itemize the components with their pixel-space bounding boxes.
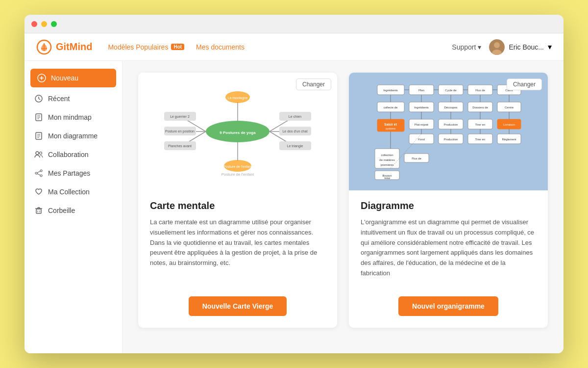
svg-text:Production: Production bbox=[444, 138, 458, 141]
svg-text:Production: Production bbox=[444, 123, 458, 126]
nav-mes-docs-label: Mes documents bbox=[196, 43, 245, 51]
sidebar-item-partages[interactable]: Mes Partages bbox=[24, 164, 122, 183]
logo[interactable]: GitMind bbox=[36, 39, 92, 55]
svg-line-24 bbox=[37, 174, 40, 175]
svg-line-9 bbox=[39, 99, 40, 100]
svg-text:9 Postures de yoga: 9 Postures de yoga bbox=[220, 131, 256, 135]
heart-icon bbox=[34, 187, 43, 196]
svg-text:Flux de: Flux de bbox=[412, 157, 421, 160]
card-diagram-body: Diagramme L'organigramme est un diagramm… bbox=[349, 190, 548, 289]
card-diagram-desc: L'organigramme est un diagramme qui perm… bbox=[361, 217, 536, 279]
new-organigramme-button[interactable]: Nouvel organigramme bbox=[398, 296, 498, 316]
svg-point-20 bbox=[40, 170, 42, 172]
hot-badge: Hot bbox=[171, 44, 184, 50]
card-mind-footer: Nouvelle Carte Vierge bbox=[138, 289, 337, 328]
support-chevron-icon: ▾ bbox=[478, 43, 481, 51]
maximize-dot[interactable] bbox=[51, 21, 57, 27]
svg-text:Plan: Plan bbox=[418, 89, 424, 92]
nav-links: Modèles Populaires Hot Mes documents bbox=[108, 43, 436, 51]
svg-rect-25 bbox=[36, 209, 41, 213]
share-icon bbox=[34, 169, 43, 178]
sidebar-item-collaboration[interactable]: Collaboration bbox=[24, 145, 122, 164]
sidebar-collection-label: Ma Collection bbox=[48, 188, 90, 196]
file-mindmap-icon bbox=[34, 113, 43, 122]
svg-point-21 bbox=[35, 172, 37, 174]
svg-text:Posture de l'enfant: Posture de l'enfant bbox=[221, 172, 254, 177]
svg-text:Fond: Fond bbox=[418, 138, 425, 141]
card-mind-desc: La carte mentale est un diagramme utilis… bbox=[150, 217, 325, 279]
sidebar-item-diagramme[interactable]: Mon diagramme bbox=[24, 127, 122, 145]
file-diagramme-icon bbox=[34, 131, 43, 140]
svg-text:Le dos d'un chat: Le dos d'un chat bbox=[282, 130, 307, 133]
card-mind-body: Carte mentale La carte mentale est un di… bbox=[138, 190, 337, 289]
user-name: Eric Bouc... bbox=[509, 43, 544, 51]
svg-text:Plat-mijoté: Plat-mijoté bbox=[415, 123, 429, 126]
changer-diagram-button[interactable]: Changer bbox=[507, 79, 542, 90]
content-area: Changer 9 Postures de yoga bbox=[122, 61, 564, 353]
support-label: Support bbox=[452, 43, 476, 51]
nav-modeles[interactable]: Modèles Populaires Hot bbox=[108, 43, 184, 51]
svg-text:Trier en: Trier en bbox=[475, 138, 485, 141]
mindmap-svg: 9 Postures de yoga bbox=[162, 75, 314, 188]
svg-text:Ingrédients: Ingrédients bbox=[383, 89, 398, 92]
svg-text:Dossiers de: Dossiers de bbox=[472, 106, 488, 109]
sidebar-item-mindmap[interactable]: Mon mindmap bbox=[24, 108, 122, 127]
titlebar bbox=[24, 15, 564, 33]
new-carte-button[interactable]: Nouvelle Carte Vierge bbox=[189, 296, 287, 316]
card-mind-title: Carte mentale bbox=[150, 200, 325, 211]
sidebar-collaboration-label: Collaboration bbox=[48, 151, 89, 158]
sidebar-recent-label: Récent bbox=[48, 95, 70, 103]
minimize-dot[interactable] bbox=[41, 21, 47, 27]
svg-text:Initial: Initial bbox=[384, 177, 390, 180]
sidebar-nouveau-label: Nouveau bbox=[51, 74, 78, 82]
sidebar-partages-label: Mes Partages bbox=[48, 169, 90, 177]
svg-text:Découpes: Découpes bbox=[444, 106, 457, 109]
svg-text:Tirer en: Tirer en bbox=[475, 123, 485, 126]
svg-text:collection: collection bbox=[381, 154, 393, 157]
svg-text:système: système bbox=[386, 127, 395, 130]
svg-text:de matières: de matières bbox=[379, 158, 394, 161]
card-diagram-image: Changer Ingrédients Plan Cycle de bbox=[349, 73, 548, 190]
user-info[interactable]: Eric Bouc... ▾ bbox=[489, 39, 552, 55]
flowchart-svg: Ingrédients Plan Cycle de Flux de Client bbox=[372, 75, 524, 188]
svg-text:Le chien: Le chien bbox=[289, 115, 302, 118]
svg-text:Le guerrier 2: Le guerrier 2 bbox=[170, 115, 190, 119]
sidebar-item-recent[interactable]: Récent bbox=[24, 89, 122, 108]
card-carte-mentale: Changer 9 Postures de yoga bbox=[138, 73, 337, 328]
nav-mes-docs[interactable]: Mes documents bbox=[196, 43, 245, 51]
clock-icon bbox=[34, 94, 43, 103]
support-button[interactable]: Support ▾ bbox=[452, 43, 481, 51]
svg-text:Ingrédients: Ingrédients bbox=[414, 106, 429, 109]
svg-text:Posture de l'enfant: Posture de l'enfant bbox=[223, 165, 252, 168]
svg-point-2 bbox=[494, 42, 500, 48]
logo-text: GitMind bbox=[56, 41, 92, 53]
sidebar-item-collection[interactable]: Ma Collection bbox=[24, 183, 122, 201]
card-mind-image: Changer 9 Postures de yoga bbox=[138, 73, 337, 190]
header-right: Support ▾ Eric Bouc... ▾ bbox=[452, 39, 552, 55]
svg-text:Livraison: Livraison bbox=[503, 123, 515, 126]
nav-modeles-label: Modèles Populaires bbox=[108, 43, 168, 51]
sidebar-diagramme-label: Mon diagramme bbox=[48, 132, 98, 140]
avatar-image bbox=[489, 39, 505, 55]
sidebar-item-nouveau[interactable]: Nouveau bbox=[30, 69, 116, 87]
card-diagramme: Changer Ingrédients Plan Cycle de bbox=[349, 73, 548, 328]
logo-icon bbox=[36, 39, 52, 55]
sidebar-item-corbeille[interactable]: Corbeille bbox=[24, 201, 122, 220]
svg-text:Règlement: Règlement bbox=[502, 138, 516, 141]
app-window: GitMind Modèles Populaires Hot Mes docum… bbox=[24, 15, 564, 353]
svg-text:collecte de: collecte de bbox=[384, 106, 398, 109]
close-dot[interactable] bbox=[31, 21, 37, 27]
sidebar: Nouveau Récent bbox=[24, 61, 122, 353]
svg-point-22 bbox=[40, 175, 42, 177]
card-diagram-title: Diagramme bbox=[361, 200, 536, 211]
svg-line-23 bbox=[37, 171, 40, 173]
card-diagram-footer: Nouvel organigramme bbox=[349, 289, 548, 328]
avatar bbox=[489, 39, 505, 55]
changer-mind-button[interactable]: Changer bbox=[296, 79, 331, 90]
svg-text:Le triangle: Le triangle bbox=[287, 144, 303, 148]
svg-text:Planches avant: Planches avant bbox=[168, 144, 192, 148]
trash-icon bbox=[34, 206, 43, 215]
svg-point-19 bbox=[40, 152, 42, 155]
svg-text:La montagne: La montagne bbox=[228, 96, 248, 100]
svg-text:Cycle de: Cycle de bbox=[445, 89, 457, 92]
